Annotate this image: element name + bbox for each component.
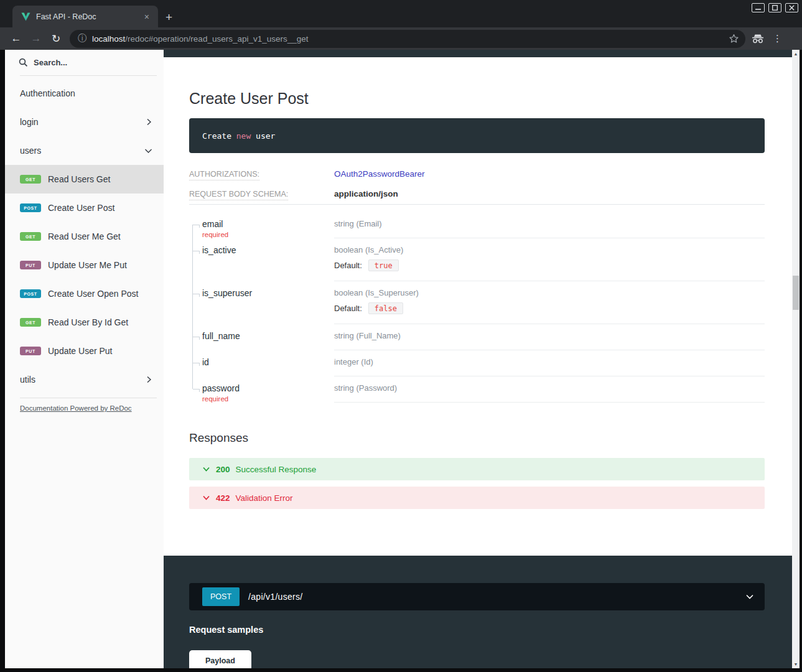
site-info-icon[interactable]: ⓘ (78, 33, 86, 44)
code-keyword: new (236, 131, 251, 141)
put-method-badge: PUT (20, 347, 41, 355)
chevron-right-icon (145, 118, 152, 126)
post-method-badge: POST (202, 587, 240, 606)
redoc-sidebar: Authentication login users GET Read User… (5, 50, 164, 668)
scroll-up-arrow[interactable]: ▲ (792, 52, 800, 56)
browser-menu-button[interactable]: ⋮ (773, 33, 782, 44)
search-box[interactable] (5, 50, 164, 72)
content-type: application/json (334, 189, 398, 198)
reload-button[interactable]: ↻ (46, 32, 66, 45)
post-method-badge: POST (20, 203, 41, 212)
redoc-content: Create User Post Create new user AUTHORI… (164, 50, 792, 668)
sidebar-item-create-user-open-post[interactable]: POST Create User Open Post (5, 279, 164, 308)
sidebar-item-read-user-by-id-get[interactable]: GET Read User By Id Get (5, 308, 164, 337)
favicon (21, 12, 30, 21)
search-icon (19, 58, 28, 67)
schema-field-password[interactable]: password required string (Password) (189, 376, 765, 403)
schema-field-full-name[interactable]: full_name string (Full_Name) (189, 324, 765, 350)
close-icon (789, 5, 795, 11)
sidebar-item-login[interactable]: login (5, 108, 164, 136)
forward-button[interactable]: → (26, 32, 46, 45)
sidebar-item-authentication[interactable]: Authentication (5, 79, 164, 108)
schema-field-is-active[interactable]: is_active boolean (Is_Active) Default:tr… (189, 238, 765, 281)
browser-tab[interactable]: Fast API - ReDoc × (12, 6, 158, 27)
default-label: Default: (334, 304, 362, 313)
maximize-icon (772, 5, 778, 11)
url-path: /redoc#operation/read_users_api_v1_users… (125, 34, 724, 44)
sidebar-item-read-users-get[interactable]: GET Read Users Get (5, 165, 164, 194)
new-tab-button[interactable]: + (166, 11, 172, 23)
tab-title: Fast API - ReDoc (36, 12, 142, 21)
endpoint-dropdown[interactable]: POST /api/v1/users/ (189, 583, 765, 610)
default-label: Default: (334, 261, 362, 270)
request-body-schema-label: REQUEST BODY SCHEMA: (189, 190, 334, 198)
powered-by-redoc-link[interactable]: Documentation Powered by ReDoc (20, 404, 149, 412)
samples-panel: POST /api/v1/users/ Request samples Payl… (164, 556, 792, 668)
schema-top-divider (189, 204, 765, 205)
chevron-right-icon (145, 376, 152, 383)
search-input[interactable] (34, 58, 133, 67)
request-samples-heading: Request samples (189, 625, 765, 635)
request-body-schema: email required string (Email) is_active … (189, 212, 765, 403)
default-value-chip: false (368, 302, 403, 314)
chevron-down-icon (144, 147, 152, 154)
sidebar-divider (20, 75, 157, 76)
address-bar[interactable]: ⓘ localhost /redoc#operation/read_users_… (70, 30, 745, 48)
required-flag: required (202, 395, 334, 403)
schema-field-is-superuser[interactable]: is_superuser boolean (Is_Superuser) Defa… (189, 281, 765, 324)
default-value-chip: true (368, 259, 399, 271)
chevron-down-icon (745, 593, 754, 600)
operation-title: Create User Post (189, 90, 765, 108)
incognito-icon (752, 34, 764, 44)
bookmark-star-button[interactable] (729, 34, 739, 44)
get-method-badge: GET (20, 232, 41, 241)
sidebar-item-update-user-me-put[interactable]: PUT Update User Me Put (5, 251, 164, 279)
put-method-badge: PUT (20, 261, 41, 269)
minimize-icon (755, 6, 761, 11)
scrollbar-thumb[interactable] (793, 276, 799, 310)
incognito-button[interactable] (752, 34, 764, 44)
back-button[interactable]: ← (6, 32, 26, 45)
response-200-toggle[interactable]: 200 Successful Response (189, 458, 765, 480)
oauth2-password-bearer-link[interactable]: OAuth2PasswordBearer (334, 169, 425, 179)
tab-close-icon[interactable]: × (142, 11, 152, 22)
response-422-toggle[interactable]: 422 Validation Error (189, 487, 765, 509)
url-host: localhost (92, 34, 125, 44)
get-method-badge: GET (20, 318, 41, 327)
browser-titlebar: Fast API - ReDoc × + (0, 0, 802, 27)
required-flag: required (202, 231, 334, 238)
page-scrollbar[interactable]: ▲ ▼ (792, 50, 800, 668)
sidebar-item-read-user-me-get[interactable]: GET Read User Me Get (5, 222, 164, 251)
chevron-down-icon (202, 494, 210, 502)
responses-title: Responses (189, 431, 765, 445)
window-close-button[interactable] (785, 3, 798, 12)
previous-panel-strip (164, 50, 792, 57)
scroll-down-arrow[interactable]: ▼ (792, 662, 800, 666)
operation-description-code: Create new user (189, 118, 765, 153)
authorizations-label: AUTHORIZATIONS: (189, 170, 334, 179)
star-icon (729, 34, 739, 44)
window-maximize-button[interactable] (768, 3, 781, 12)
chevron-down-icon (202, 465, 210, 473)
sidebar-item-utils[interactable]: utils (5, 365, 164, 394)
window-minimize-button[interactable] (752, 3, 765, 12)
schema-field-email[interactable]: email required string (Email) (189, 212, 765, 238)
post-method-badge: POST (20, 289, 41, 298)
sidebar-item-users[interactable]: users (5, 136, 164, 165)
browser-toolbar: ← → ↻ ⓘ localhost /redoc#operation/read_… (0, 27, 802, 50)
get-method-badge: GET (20, 175, 41, 184)
sidebar-item-update-user-put[interactable]: PUT Update User Put (5, 337, 164, 365)
sidebar-item-create-user-post[interactable]: POST Create User Post (5, 194, 164, 222)
tab-payload[interactable]: Payload (189, 650, 251, 668)
sidebar-divider (20, 398, 157, 398)
schema-field-id[interactable]: id integer (Id) (189, 350, 765, 376)
endpoint-path: /api/v1/users/ (248, 592, 745, 602)
